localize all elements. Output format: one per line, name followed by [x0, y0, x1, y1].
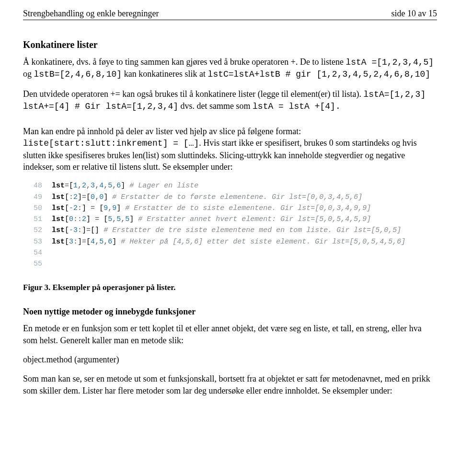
paragraph-4: En metode er en funksjon som er tett kop…	[23, 323, 437, 346]
document-page: Strengbehandling og enkle beregninger si…	[0, 0, 460, 418]
code-line: 48lst=[1,2,3,4,5,6] # Lager en liste	[23, 180, 437, 191]
line-number: 52	[23, 225, 52, 236]
code-content: lst=[1,2,3,4,5,6] # Lager en liste	[52, 180, 437, 191]
figure-caption: Figur 3. Eksempler på operasjoner på lis…	[23, 283, 437, 292]
code-inline: lstA = lstA +[4].	[253, 102, 341, 111]
code-content: lst[-2:] = [9,9] # Erstatter de to siste…	[52, 203, 437, 214]
code-line: 53lst[3:]=[4,5,6] # Hekter på [4,5,6] et…	[23, 236, 437, 247]
line-number: 53	[23, 236, 52, 247]
code-line: 49lst[:2]=[0,0] # Erstatter de to første…	[23, 192, 437, 203]
page-header: Strengbehandling og enkle beregninger si…	[23, 9, 437, 20]
paragraph-6: Som man kan se, ser en metode ut som et …	[23, 373, 437, 396]
section-heading-methods: Noen nyttige metoder og innebygde funksj…	[23, 307, 437, 317]
line-number: 54	[23, 247, 52, 258]
text: Man kan endre på innhold på deler av lis…	[23, 127, 301, 136]
code-content: lst[3:]=[4,5,6] # Hekter på [4,5,6] ette…	[52, 236, 437, 247]
paragraph-5: object.method (argumenter)	[23, 354, 437, 365]
text: Å konkatinere, dvs. å føye to ting samme…	[23, 57, 345, 67]
header-page-number: side 10 av 15	[391, 9, 437, 19]
paragraph-2: Den utvidede operatoren += kan også bruk…	[23, 88, 437, 113]
section-heading-concat: Konkatinere lister	[23, 39, 437, 50]
line-number: 49	[23, 192, 52, 203]
code-content: lst[-3:]=[] # Erstatter de tre siste ele…	[52, 225, 437, 236]
text: Den utvidede operatoren += kan også bruk…	[23, 89, 364, 99]
line-number: 48	[23, 180, 52, 191]
code-line: 54	[23, 247, 437, 258]
paragraph-1: Å konkatinere, dvs. å føye to ting samme…	[23, 56, 437, 81]
code-inline: liste[start:slutt:inkrement] = […]	[23, 139, 199, 148]
header-title: Strengbehandling og enkle beregninger	[23, 9, 159, 19]
paragraph-3: Man kan endre på innhold på deler av lis…	[23, 126, 437, 173]
code-line: 55	[23, 258, 437, 269]
code-content: lst[:2]=[0,0] # Erstatter de to første e…	[52, 192, 437, 203]
line-number: 55	[23, 258, 52, 269]
line-number: 50	[23, 203, 52, 214]
line-number: 51	[23, 214, 52, 225]
code-line: 51lst[0::2] = [5,5,5] # Erstatter annet …	[23, 214, 437, 225]
text: dvs. det samme som	[178, 101, 253, 111]
text: kan konkatineres slik at	[122, 69, 207, 79]
text: og	[23, 69, 34, 79]
code-content: lst[0::2] = [5,5,5] # Erstatter annet hv…	[52, 214, 437, 225]
code-inline: lstA =[1,2,3,4,5]	[345, 58, 434, 67]
code-inline: lstB=[2,4,6,8,10]	[34, 70, 122, 79]
code-inline: lstC=lstA+lstB # gir [1,2,3,4,5,2,4,6,8,…	[208, 70, 430, 79]
code-example-figure: 48lst=[1,2,3,4,5,6] # Lager en liste49ls…	[23, 180, 437, 269]
code-line: 50lst[-2:] = [9,9] # Erstatter de to sis…	[23, 203, 437, 214]
code-line: 52lst[-3:]=[] # Erstatter de tre siste e…	[23, 225, 437, 236]
